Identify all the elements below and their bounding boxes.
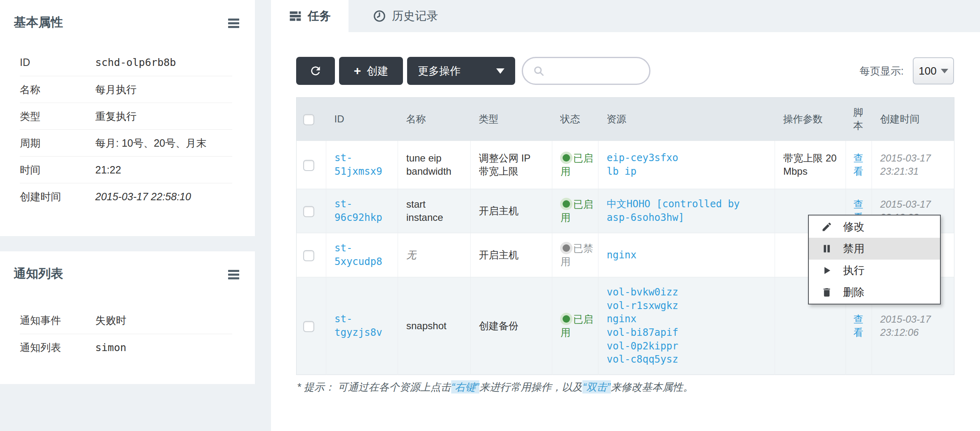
- task-type: 开启主机: [479, 205, 518, 216]
- task-name: tune eip bandwidth: [406, 152, 451, 177]
- context-menu-item-modify[interactable]: 修改: [809, 216, 940, 238]
- resource-links[interactable]: 中文HOHO [controlled by asp-6soho3hw]: [607, 198, 740, 223]
- search-icon: [533, 65, 544, 77]
- chevron-down-icon: [496, 68, 504, 74]
- notification-list-panel: 通知列表 通知事件 失败时 通知列表 simon: [0, 251, 255, 384]
- task-id-link[interactable]: st- 5xycudp8: [335, 242, 382, 267]
- property-value: 每月: 10号、20号、月末: [95, 136, 207, 150]
- panel-menu-icon[interactable]: [228, 268, 239, 279]
- property-label: 类型: [20, 110, 95, 123]
- column-header-name: 名称: [398, 98, 471, 141]
- column-header-id: ID: [326, 98, 398, 141]
- operation-params: 带宽上限 20 Mbps: [783, 152, 836, 177]
- column-header-type: 类型: [471, 98, 552, 141]
- task-id-link[interactable]: st- 51jxmsx9: [335, 152, 382, 177]
- row-checkbox[interactable]: [303, 250, 314, 261]
- column-header-created: 创建时间: [872, 98, 954, 141]
- property-row: 时间 21:22: [20, 156, 232, 183]
- search-box[interactable]: [522, 57, 650, 85]
- basic-properties-panel: 基本属性 ID schd-olp6rb8b 名称 每月执行 类型 重复执行 周期…: [0, 0, 255, 236]
- property-label: 名称: [20, 83, 95, 96]
- property-row: 周期 每月: 10号、20号、月末: [20, 129, 232, 156]
- context-menu-label: 禁用: [843, 241, 865, 256]
- tasks-icon: [289, 9, 302, 23]
- page-size-select[interactable]: 100: [913, 57, 954, 84]
- status-dot: [563, 315, 570, 323]
- property-value: 失败时: [95, 314, 126, 327]
- column-header-params: 操作参数: [775, 98, 846, 141]
- context-menu-item-run[interactable]: 执行: [809, 260, 940, 281]
- chevron-down-icon: [941, 69, 948, 73]
- scheduler-id-link[interactable]: schd-olp6rb8b: [95, 56, 176, 68]
- panel-menu-icon[interactable]: [228, 17, 239, 28]
- property-label: 通知事件: [20, 314, 95, 327]
- pause-icon: [821, 243, 832, 254]
- property-row: 通知事件 失败时: [20, 307, 232, 334]
- context-menu: 修改 禁用 执行 删除: [808, 215, 941, 305]
- resource-links[interactable]: nginx: [607, 249, 636, 261]
- row-checkbox[interactable]: [303, 160, 314, 171]
- property-row: 创建时间 2015-03-17 22:58:10: [20, 183, 232, 210]
- tab-label: 任务: [308, 8, 331, 24]
- resource-links[interactable]: vol-bvkw0izz vol-r1sxwgkz nginx vol-bi87…: [607, 286, 678, 365]
- tab-tasks[interactable]: 任务: [271, 0, 349, 32]
- more-actions-label: 更多操作: [418, 64, 461, 78]
- property-row: 通知列表 simon: [20, 334, 232, 361]
- task-type: 创建备份: [479, 320, 518, 331]
- task-type: 调整公网 IP 带宽上限: [479, 152, 530, 177]
- task-type: 开启主机: [479, 249, 518, 260]
- create-button[interactable]: + 创建: [339, 57, 403, 85]
- search-input[interactable]: [549, 65, 644, 77]
- more-actions-button[interactable]: 更多操作: [407, 57, 515, 85]
- panel-title: 通知列表: [14, 265, 63, 282]
- task-id-link[interactable]: st- 96c92hkp: [335, 198, 382, 223]
- property-label: 通知列表: [20, 341, 95, 354]
- context-menu-label: 修改: [843, 220, 865, 234]
- context-menu-label: 删除: [843, 285, 865, 300]
- double-click-highlight: “双击”: [582, 380, 611, 394]
- status-dot: [563, 200, 570, 208]
- table-row[interactable]: st- 51jxmsx9 tune eip bandwidth 调整公网 IP …: [297, 141, 954, 189]
- tab-history[interactable]: 历史记录: [354, 0, 457, 32]
- column-header-status: 状态: [552, 98, 598, 141]
- row-checkbox[interactable]: [303, 321, 314, 332]
- create-button-label: 创建: [367, 64, 388, 78]
- select-all-checkbox[interactable]: [303, 114, 314, 125]
- status-dot: [563, 244, 570, 252]
- column-header-script: 脚本: [846, 98, 872, 141]
- property-label: 周期: [20, 136, 95, 150]
- pencil-icon: [821, 221, 832, 232]
- trash-icon: [821, 287, 832, 298]
- notify-list-link[interactable]: simon: [95, 342, 126, 354]
- property-label: ID: [20, 56, 95, 68]
- context-menu-item-delete[interactable]: 删除: [809, 281, 940, 303]
- property-label: 时间: [20, 163, 95, 177]
- status-dot: [563, 154, 570, 162]
- property-value: 2015-03-17 22:58:10: [95, 191, 191, 203]
- task-name: snapshot: [406, 320, 446, 331]
- created-time: 2015-03-17 23:12:06: [880, 314, 931, 338]
- refresh-button[interactable]: [296, 57, 335, 85]
- page-size-label: 每页显示:: [860, 64, 904, 78]
- view-script-link[interactable]: 查看: [853, 314, 863, 338]
- property-label: 创建时间: [20, 190, 95, 204]
- panel-title: 基本属性: [14, 14, 63, 31]
- row-checkbox[interactable]: [303, 206, 314, 217]
- context-menu-label: 执行: [843, 263, 865, 278]
- tab-label: 历史记录: [392, 8, 438, 24]
- right-click-highlight: “右键”: [451, 380, 480, 394]
- property-row: ID schd-olp6rb8b: [20, 49, 232, 76]
- created-time: 2015-03-17 23:21:31: [880, 152, 931, 177]
- resource-links[interactable]: eip-cey3sfxo lb ip: [607, 152, 678, 177]
- play-icon: [821, 265, 832, 276]
- usage-tip: * 提示： 可通过在各个资源上点击“右键”来进行常用操作，以及“双击”来修改基本…: [297, 380, 693, 394]
- property-value: 每月执行: [95, 83, 137, 96]
- context-menu-item-disable[interactable]: 禁用: [809, 238, 940, 260]
- page-size-value: 100: [919, 65, 936, 77]
- column-header-resource: 资源: [598, 98, 775, 141]
- view-script-link[interactable]: 查看: [853, 152, 863, 177]
- task-id-link[interactable]: st- tgyzjs8v: [335, 313, 382, 338]
- clock-icon: [373, 9, 386, 23]
- table-header-row: ID 名称 类型 状态 资源 操作参数 脚本 创建时间: [297, 98, 954, 141]
- property-value: 21:22: [95, 164, 121, 176]
